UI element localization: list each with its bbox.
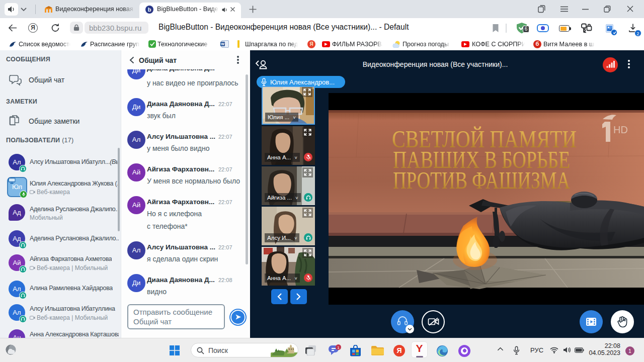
svg-text:1: 1 [337,345,340,350]
svg-text:ПРОТИВ ФАШИЗМА: ПРОТИВ ФАШИЗМА [393,166,570,194]
svg-text:HD: HD [613,124,628,135]
